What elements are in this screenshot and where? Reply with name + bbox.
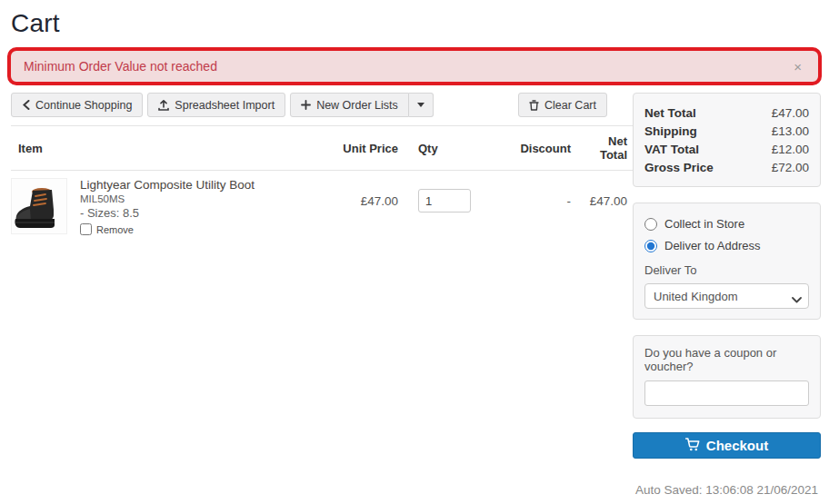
shipping-label: Shipping (644, 124, 697, 138)
deliver-to-address-label: Deliver to Address (664, 239, 761, 252)
checkout-label: Checkout (706, 438, 768, 453)
remove-item-label: Remove (96, 224, 134, 235)
gross-price-label: Gross Price (644, 161, 714, 174)
remove-item-control: Remove (80, 223, 255, 235)
min-order-alert: Minimum Order Value not reached × (7, 47, 822, 85)
remove-item-checkbox[interactable] (80, 223, 92, 235)
new-order-lists-button[interactable]: New Order Lists (290, 93, 409, 117)
deliver-to-address-radio[interactable] (644, 240, 657, 252)
continue-shopping-label: Continue Shopping (35, 99, 132, 112)
close-icon[interactable]: × (790, 60, 805, 74)
chevron-left-icon (22, 100, 30, 110)
spreadsheet-import-label: Spreadsheet Import (175, 99, 275, 112)
cart-icon (685, 438, 700, 454)
header-unit-price: Unit Price (325, 126, 405, 171)
product-name[interactable]: Lightyear Composite Utility Boot (80, 178, 255, 192)
header-net-total: Net Total (578, 126, 634, 171)
product-image-boot (11, 178, 67, 234)
clear-cart-label: Clear Cart (544, 99, 596, 112)
net-total-value: £47.00 (578, 171, 634, 243)
net-total-label: Net Total (644, 106, 696, 120)
product-info: Lightyear Composite Utility Boot MIL50MS… (80, 178, 255, 235)
upload-icon (158, 100, 169, 111)
collect-in-store-label: Collect in Store (664, 217, 744, 231)
country-select[interactable]: United Kingdom (644, 283, 809, 309)
cart-toolbar: Continue Shopping Spreadsheet Import New… (11, 93, 607, 117)
clear-cart-button[interactable]: Clear Cart (518, 93, 607, 117)
summary-row-shipping: Shipping £13.00 (644, 122, 809, 140)
deliver-to-label: Deliver To (644, 263, 809, 277)
coupon-box: Do you have a coupon or voucher? (633, 335, 821, 419)
discount-value: - (505, 171, 578, 243)
net-total-amount: £47.00 (772, 106, 809, 120)
trash-icon (529, 100, 539, 111)
delivery-options-box: Collect in Store Deliver to Address Deli… (633, 203, 821, 320)
order-summary-sidebar: Net Total £47.00 Shipping £13.00 VAT Tot… (633, 93, 821, 504)
continue-shopping-button[interactable]: Continue Shopping (11, 93, 143, 117)
quantity-input[interactable] (418, 189, 471, 212)
header-qty: Qty (405, 126, 505, 171)
totals-box: Net Total £47.00 Shipping £13.00 VAT Tot… (633, 93, 821, 187)
coupon-question: Do you have a coupon or voucher? (644, 346, 809, 373)
collect-in-store-option: Collect in Store (644, 217, 809, 231)
deliver-to-address-option: Deliver to Address (644, 239, 809, 252)
new-order-lists-group: New Order Lists (290, 93, 434, 117)
cart-page: Cart Minimum Order Value not reached × C… (0, 0, 829, 504)
unit-price-value: £47.00 (325, 171, 405, 243)
caret-down-icon (417, 103, 424, 107)
autosave-status: Auto Saved: 13:06:08 21/06/2021 (633, 483, 821, 497)
plus-icon (301, 100, 311, 110)
shipping-amount: £13.00 (772, 124, 809, 138)
vat-total-label: VAT Total (644, 143, 699, 156)
header-item: Item (11, 126, 325, 171)
summary-row-gross: Gross Price £72.00 (644, 158, 809, 176)
spreadsheet-import-button[interactable]: Spreadsheet Import (147, 93, 285, 117)
header-discount: Discount (505, 126, 578, 171)
new-order-lists-label: New Order Lists (316, 99, 398, 112)
product-sku: MIL50MS (80, 193, 255, 204)
vat-total-amount: £12.00 (772, 143, 809, 156)
cart-main-column: Continue Shopping Spreadsheet Import New… (11, 93, 607, 504)
collect-in-store-radio[interactable] (644, 218, 657, 231)
cart-item-row: Lightyear Composite Utility Boot MIL50MS… (11, 171, 634, 243)
coupon-input[interactable] (644, 380, 809, 406)
summary-row-vat: VAT Total £12.00 (644, 140, 809, 158)
table-header-row: Item Unit Price Qty Discount Net Total (11, 126, 634, 171)
gross-price-amount: £72.00 (772, 161, 809, 174)
checkout-button[interactable]: Checkout (633, 432, 821, 459)
alert-message: Minimum Order Value not reached (24, 59, 217, 74)
summary-row-net-total: Net Total £47.00 (644, 104, 809, 122)
page-title: Cart (11, 9, 821, 38)
cart-table: Item Unit Price Qty Discount Net Total (11, 125, 634, 242)
new-order-lists-dropdown-button[interactable] (409, 93, 434, 117)
product-sizes: - Sizes: 8.5 (80, 206, 255, 220)
